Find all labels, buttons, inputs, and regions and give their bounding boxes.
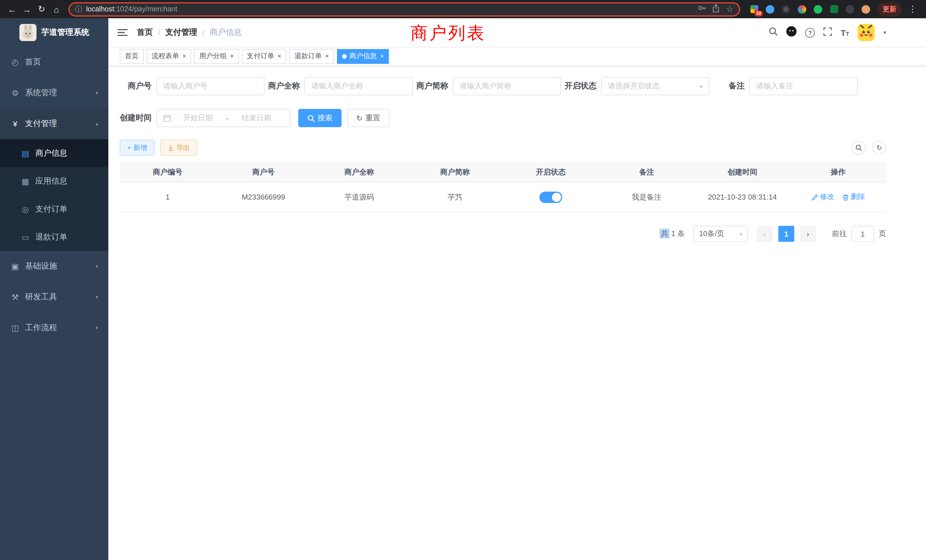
navbar-actions: ? TT ▾ — [769, 24, 886, 41]
extension-green-square-icon[interactable] — [829, 4, 839, 14]
sidebar-item-label: 应用信息 — [35, 176, 67, 186]
reset-button[interactable]: ↻ 重置 — [347, 109, 389, 127]
extension-grid-icon[interactable]: 10 — [749, 4, 759, 14]
avatar-caret-icon[interactable]: ▾ — [884, 30, 886, 35]
tab-pay-orders[interactable]: 支付订单× — [242, 49, 286, 64]
github-icon[interactable] — [786, 26, 797, 39]
sidebar-item-pay-orders[interactable]: ◎ 支付订单 — [0, 195, 108, 223]
browser-back-button[interactable]: ← — [5, 2, 20, 17]
sidebar-item-infrastructure[interactable]: ▣ 基础设施 ▾ — [0, 251, 108, 282]
cell-remark: 我是备注 — [599, 192, 694, 202]
prev-page-button[interactable]: ‹ — [757, 226, 773, 242]
font-size-icon[interactable]: TT — [840, 28, 849, 37]
password-key-icon[interactable] — [698, 4, 706, 14]
sidebar-item-system[interactable]: ⚙ 系统管理 ▾ — [0, 77, 108, 108]
filter-row-2: 创建时间 开始日期 - 结束日期 搜索 — [120, 109, 886, 127]
sidebar-item-payment[interactable]: ¥ 支付管理 ▴ — [0, 108, 108, 139]
delete-button[interactable]: 删除 — [842, 192, 865, 202]
extension-pin-icon[interactable] — [845, 4, 855, 14]
browser-reload-button[interactable]: ↻ — [34, 2, 49, 17]
end-date-input[interactable]: 结束日期 — [230, 113, 283, 123]
browser-forward-button[interactable]: → — [20, 2, 34, 17]
extension-dark-icon[interactable] — [781, 4, 791, 14]
breadcrumb-home[interactable]: 首页 — [137, 27, 153, 38]
tab-refund-orders[interactable]: 退款订单× — [289, 49, 334, 64]
page-size-select[interactable]: 10条/页▾ — [693, 226, 748, 242]
add-button[interactable]: + 新增 — [120, 140, 154, 156]
remark-input[interactable]: 请输入备注 — [749, 77, 858, 95]
pagination: 共1 条 10条/页▾ ‹ 1 › 前往 1 页 — [120, 226, 886, 242]
edit-button[interactable]: 修改 — [811, 192, 834, 202]
chevron-down-icon: ▾ — [700, 83, 702, 89]
chevron-down-icon: ▾ — [95, 90, 98, 96]
goto-label: 前往 — [832, 229, 847, 239]
extension-blue-icon[interactable] — [765, 4, 775, 14]
share-icon[interactable] — [713, 4, 720, 15]
page-unit-label: 页 — [879, 229, 886, 239]
search-icon[interactable] — [769, 27, 778, 38]
omnibox-actions: ☆ — [698, 4, 733, 15]
sidebar-item-app-info[interactable]: ▦ 应用信息 — [0, 167, 108, 195]
extension-green-icon[interactable] — [813, 4, 823, 14]
merchant-no-label: 商户号 — [120, 81, 152, 91]
create-time-range-picker[interactable]: 开始日期 - 结束日期 — [156, 109, 290, 127]
sidebar-item-label: 退款订单 — [35, 232, 67, 242]
start-date-input[interactable]: 开始日期 — [171, 113, 225, 123]
sidebar-item-home[interactable]: ◴ 首页 — [0, 47, 108, 77]
export-button[interactable]: 导出 — [160, 140, 197, 156]
toggle-search-button[interactable] — [852, 141, 865, 154]
document-icon: ▭ — [21, 232, 30, 242]
close-icon[interactable]: × — [325, 53, 329, 59]
browser-home-button[interactable]: ⌂ — [49, 2, 64, 17]
app-title: 芋道管理系统 — [41, 27, 89, 38]
close-icon[interactable]: × — [278, 53, 281, 59]
browser-profile-avatar[interactable] — [861, 4, 871, 14]
table-header: 商户编号 商户号 商户全称 商户简称 开启状态 备注 创建时间 操作 — [120, 162, 886, 183]
hamburger-icon[interactable] — [118, 29, 128, 36]
yen-icon: ¥ — [10, 119, 20, 128]
col-short-name: 商户简称 — [407, 167, 503, 177]
sidebar-item-workflow[interactable]: ◫ 工作流程 ▾ — [0, 312, 108, 343]
pencil-icon — [811, 194, 818, 200]
filter-row-1: 商户号 请输入商户号 商户全称 请输入商户全称 商户简称 请输入商户简称 开启状… — [120, 77, 886, 95]
page-content: 商户号 请输入商户号 商户全称 请输入商户全称 商户简称 请输入商户简称 开启状… — [108, 66, 926, 242]
active-dot — [342, 54, 346, 59]
site-info-icon[interactable]: ⓘ — [75, 4, 82, 14]
current-page[interactable]: 1 — [778, 226, 794, 242]
app-logo[interactable]: 芋道管理系统 — [0, 18, 108, 47]
merchant-no-input[interactable]: 请输入商户号 — [156, 77, 265, 95]
tab-home[interactable]: 首页 — [120, 49, 144, 64]
sidebar-item-label: 支付管理 — [25, 119, 57, 129]
short-name-input[interactable]: 请输入商户简称 — [453, 77, 561, 95]
chevron-down-icon: ▾ — [95, 263, 98, 269]
fullscreen-icon[interactable] — [823, 27, 832, 38]
help-icon[interactable]: ? — [805, 28, 815, 37]
status-select[interactable]: 请选择开启状态▾ — [601, 77, 709, 95]
extension-multicolor-icon[interactable] — [797, 4, 807, 14]
sidebar-item-refund-orders[interactable]: ▭ 退款订单 — [0, 223, 108, 251]
tab-merchant-info[interactable]: 商户信息× — [337, 49, 389, 64]
user-avatar[interactable] — [858, 24, 875, 41]
close-icon[interactable]: × — [183, 53, 186, 59]
col-merchant-id: 商户编号 — [120, 167, 216, 177]
browser-update-button[interactable]: 更新 — [878, 2, 902, 16]
breadcrumb-payment[interactable]: 支付管理 — [165, 27, 197, 38]
address-bar[interactable]: ⓘ localhost:1024/pay/merchant ☆ — [68, 2, 740, 16]
refresh-table-button[interactable]: ↻ — [872, 141, 886, 154]
browser-menu-button[interactable]: ⋮ — [904, 4, 921, 14]
tab-user-group[interactable]: 用户分组× — [194, 49, 239, 64]
sidebar-item-merchant-info[interactable]: ▤ 商户信息 — [0, 139, 108, 167]
next-page-button[interactable]: › — [800, 226, 816, 242]
bookmark-star-icon[interactable]: ☆ — [726, 5, 733, 14]
close-icon[interactable]: × — [380, 53, 384, 59]
full-name-input[interactable]: 请输入商户全称 — [304, 77, 413, 95]
sidebar-item-dev-tools[interactable]: ⚒ 研发工具 ▾ — [0, 282, 108, 312]
search-button[interactable]: 搜索 — [298, 109, 342, 127]
goto-page-input[interactable]: 1 — [851, 226, 874, 242]
tab-process-form[interactable]: 流程表单× — [147, 49, 191, 64]
card-icon: ▤ — [21, 148, 30, 158]
close-icon[interactable]: × — [230, 53, 234, 59]
url-host: localhost — [86, 5, 114, 13]
download-icon — [168, 145, 174, 151]
status-toggle[interactable] — [539, 191, 562, 203]
